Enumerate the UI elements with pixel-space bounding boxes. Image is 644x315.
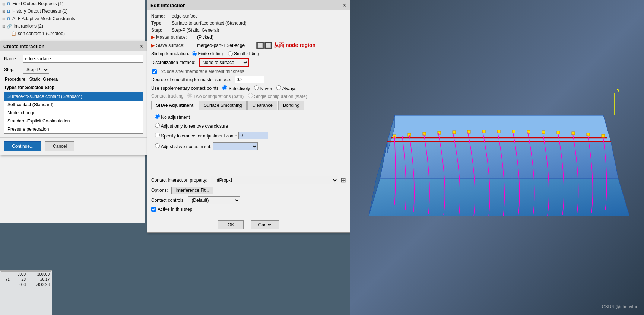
exclude-shell-checkbox[interactable] [152,69,157,74]
supp-always-radio[interactable] [276,85,281,90]
tabs-container: Slave Adjustment Surface Smoothing Clear… [151,101,346,110]
field-output-icon: 🗒 [7,1,11,6]
finite-sliding-option[interactable]: Finite sliding [192,51,223,56]
tracking-single-radio [248,93,253,98]
self-contact-label: self-contact-1 (Created) [18,31,65,36]
discretization-row: Discretization method: Node to surface S… [151,58,346,67]
edit-step-value: Step-P (Static, General) [172,28,219,33]
edit-cancel-button[interactable]: Cancel [251,220,279,229]
supp-selectively-label: Selectively [229,86,250,91]
continue-button[interactable]: Continue... [4,141,41,151]
contact-controls-select[interactable]: (Default) [188,196,240,204]
svg-rect-19 [572,132,575,135]
adjust-overclosure-option[interactable]: Adjust only to remove overclosure [155,123,228,129]
tree-item-ale[interactable]: ⊞ 🗒 ALE Adaptive Mesh Constraints [0,15,145,22]
expand-icon-3: ⊞ [2,17,5,21]
svg-marker-1 [380,141,618,179]
coord-display: 0000 100000 71 .23 ≥0.17 .003 ≥0.0023 [0,270,52,315]
exclude-shell-label: Exclude shell/membrane element thickness [158,69,244,74]
supp-always-label: Always [282,86,296,91]
adjust-slave-label: Adjust slave nodes in set: [161,144,212,149]
type-list: Surface-to-surface contact (Standard) Se… [4,92,143,134]
interference-fit-button[interactable]: Interference Fit... [171,187,213,194]
coord-row-label-2 [1,282,11,287]
tree-item-field-output[interactable]: ⊞ 🗒 Field Output Requests (1) [0,0,145,7]
slave-surface-row: ▶ Slave surface: merged-part-1.Set-edge … [151,41,346,50]
supp-selectively-radio[interactable] [222,85,227,90]
supp-selectively-option[interactable]: Selectively [222,85,250,91]
master-surface-row: ▶ Master surface: (Picked) [151,35,346,40]
active-step-label: Active in this step [158,207,192,212]
discretization-select[interactable]: Node to surface Surface to surface [200,59,248,66]
types-header: Types for Selected Step [4,85,143,90]
tracking-single-label: Single configuration (state) [254,94,307,99]
name-input[interactable] [23,55,143,63]
edit-type-label: Type: [151,20,172,26]
svg-rect-16 [527,130,530,133]
tab-surface-smoothing[interactable]: Surface Smoothing [199,101,247,110]
interactions-label: Interactions (2) [13,23,43,29]
edit-dialog-body: Name: edge-surface Type: Surface-to-surf… [147,10,350,173]
coord-val-1: .23 [11,277,27,282]
tab-slave-adjustment[interactable]: Slave Adjustment [151,101,198,110]
no-adjustment-option[interactable]: No adjustment [155,114,190,120]
supp-never-radio[interactable] [254,85,259,90]
edit-type-row: Type: Surface-to-surface contact (Standa… [151,20,346,26]
small-sliding-option[interactable]: Small sliding [228,51,259,56]
tracking-two-option[interactable]: Two configurations (path) [187,93,244,99]
slave-surface-label: Slave surface: [156,43,197,48]
small-sliding-radio[interactable] [228,51,233,56]
specify-tolerance-row: Specify tolerance for adjustment zone: [155,132,342,139]
supp-always-option[interactable]: Always [276,85,296,91]
expand-icon: ⊞ [2,2,5,6]
smoothing-label: Degree of smoothing for master surface: [151,77,232,82]
contact-prop-select[interactable]: IntProp-1 [211,176,338,184]
tree-item-history-output[interactable]: ⊞ 🗒 History Output Requests (1) [0,7,145,15]
slave-surface-value: merged-part-1.Set-edge [197,43,245,48]
tolerance-input[interactable] [238,132,268,139]
tab-clearance[interactable]: Clearance [247,101,277,110]
tree-item-self-contact[interactable]: 📋 self-contact-1 (Created) [0,30,145,37]
step-label: Step: [4,67,21,72]
no-adjustment-radio[interactable] [155,114,160,119]
options-row: Options: Interference Fit... [151,187,346,194]
create-dialog-footer: Continue... Cancel [0,137,147,155]
specify-tolerance-option[interactable]: Specify tolerance for adjustment zone: [155,133,237,139]
adjust-overclosure-radio[interactable] [155,123,160,128]
ok-button[interactable]: OK [218,220,244,229]
procedure-row: Procedure: Static, General [5,77,143,82]
adjust-slave-row: Adjust slave nodes in set: [155,142,342,150]
edit-dialog-close-button[interactable]: ✕ [342,2,347,8]
create-cancel-button[interactable]: Cancel [45,141,74,151]
procedure-value: Static, General [29,77,58,82]
tab-bonding[interactable]: Bonding [278,101,304,110]
type-list-item-3[interactable]: Standard-Explicit Co-simulation [4,117,143,125]
edit-name-value: edge-surface [172,13,198,19]
type-list-item-2[interactable]: Model change [4,109,143,117]
supp-never-option[interactable]: Never [254,85,272,91]
adjust-slave-option[interactable]: Adjust slave nodes in set: [155,143,212,149]
node-region-icon-group: 🔲🔲 [256,41,272,50]
edit-dialog-title-text: Edit Interaction [150,3,186,8]
active-step-checkbox[interactable] [151,207,156,212]
no-adjustment-row: No adjustment [155,114,342,120]
coord-row-label-1: 71 [1,277,11,282]
adjust-slave-select[interactable] [213,142,258,150]
supp-contact-row: Use supplementary contact points: Select… [151,85,346,91]
coord-val-3: .003 [11,282,27,287]
table-icon[interactable]: ⊞ [340,176,346,184]
tracking-single-option[interactable]: Single configuration (state) [248,93,307,99]
specify-tolerance-radio[interactable] [155,133,160,137]
adjust-slave-radio[interactable] [155,143,160,148]
smoothing-input[interactable] [235,76,264,83]
tree-item-interactions[interactable]: ⊟ 🔗 Interactions (2) [0,22,145,30]
edit-name-label: Name: [151,13,172,19]
step-select[interactable]: Step-P [23,66,49,74]
type-list-item-4[interactable]: Pressure penetration [4,125,143,133]
finite-sliding-radio[interactable] [192,51,197,56]
disc-select-wrapper: Node to surface Surface to surface [199,58,249,67]
active-step-row: Active in this step [151,207,346,212]
type-list-item-1[interactable]: Self-contact (Standard) [4,101,143,109]
create-dialog-close-button[interactable]: ✕ [139,43,144,49]
type-list-item-0[interactable]: Surface-to-surface contact (Standard) [4,92,143,101]
